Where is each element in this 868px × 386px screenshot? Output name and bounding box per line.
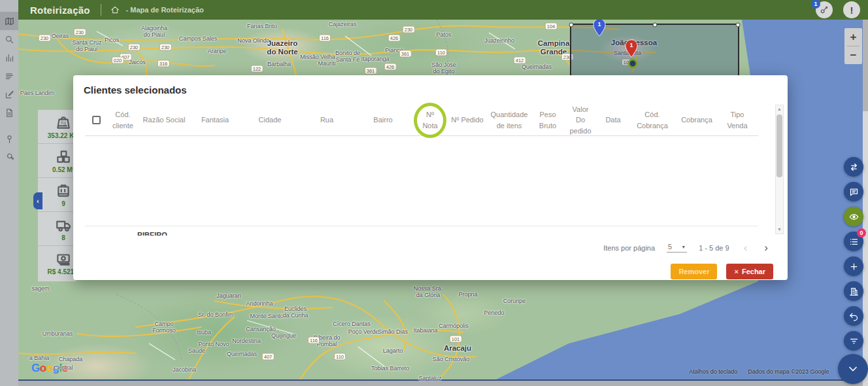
wrench-icon (5, 152, 14, 162)
column-header-label: Cód. cliente (112, 109, 133, 131)
exclamation-icon: ! (850, 5, 854, 16)
alerts-button[interactable]: ! (843, 1, 860, 18)
sidebar-item-tools[interactable] (0, 148, 18, 166)
sidebar-item-chart[interactable] (0, 48, 18, 67)
column-header-label: Cód. Cobrança (637, 109, 668, 131)
swap-arrows-icon (849, 162, 859, 172)
map-marker-blue-pin[interactable]: 1 (593, 18, 606, 39)
select-all-checkbox[interactable] (92, 116, 101, 124)
sidebar-item-search[interactable] (0, 30, 18, 48)
routes-icon (5, 71, 14, 81)
column-header-9: Quantidade de itens (486, 105, 532, 135)
tools-notification-badge: 1 (811, 0, 820, 9)
page-size-value: 5 (668, 243, 672, 251)
top-bar: Roteirização - Mapa de Roteirização 1 ! (18, 0, 868, 20)
pin-icon (5, 134, 14, 144)
map-attribution: Atalhos do tecladoDados do mapa ©2023 Go… (689, 368, 859, 375)
column-header-15: Tipo Venda (718, 105, 757, 135)
fab-chat-button[interactable] (844, 182, 863, 202)
marker-count: 1 (597, 21, 601, 27)
fab-list-badge: 0 (857, 228, 866, 237)
selection-handle[interactable] (736, 23, 741, 27)
column-header-12: Data (597, 105, 629, 135)
zoom-in-button[interactable]: + (844, 28, 862, 46)
table-row[interactable]: RIBEIRO (137, 231, 196, 236)
sidebar-item-pin[interactable] (0, 130, 18, 148)
sidebar-item-map[interactable] (0, 12, 18, 30)
sidebar-item-document[interactable] (0, 103, 18, 122)
page-scrollbar[interactable] (863, 20, 868, 386)
column-header-2: Razão Social (139, 105, 190, 135)
chat-icon (849, 187, 859, 197)
pagination: Itens por página 5 ▼ 1 - 5 de 9 ‹ › (603, 242, 771, 253)
home-icon[interactable] (110, 5, 120, 14)
zoom-out-button[interactable]: − (844, 46, 862, 64)
sidebar-item-edit[interactable] (0, 85, 18, 103)
fab-undo-button[interactable] (844, 306, 863, 326)
items-per-page-label: Itens por página (603, 244, 655, 252)
close-button[interactable]: × Fechar (726, 264, 773, 279)
selected-clients-modal: Clientes selecionados Cód. clienteRazão … (73, 75, 788, 280)
google-logo: Google (31, 362, 68, 375)
stat-weight-value: 353.22 KG (48, 132, 76, 139)
column-header-8: Nº Pedido (448, 105, 486, 135)
search-icon (5, 35, 14, 44)
column-header-label: Fantasia (201, 114, 229, 126)
weight-icon: Kg (55, 114, 72, 132)
page-size-select[interactable]: 5 ▼ (667, 243, 687, 253)
fab-visibility-button[interactable] (844, 207, 863, 226)
close-icon: × (734, 268, 738, 275)
page-range-label: 1 - 5 de 9 (699, 244, 729, 252)
table-scrollbar[interactable]: ▲ ▼ (775, 105, 784, 234)
table-scrollbar-thumb[interactable] (776, 114, 782, 177)
close-button-label: Fechar (742, 268, 765, 275)
stat-orders-value: 9 (61, 200, 65, 207)
document-icon (5, 108, 14, 118)
column-header-label: Bairro (373, 114, 392, 126)
next-page-button[interactable]: › (761, 242, 771, 253)
fab-collapse-button[interactable] (838, 354, 868, 384)
column-header-13: Cód. Cobrança (629, 105, 676, 135)
prev-page-button[interactable]: ‹ (741, 242, 750, 253)
column-header-label: Nº Nota (422, 109, 437, 131)
svg-text:Kg: Kg (61, 120, 66, 126)
selection-handle[interactable] (569, 23, 574, 27)
attribution-link[interactable]: Dados do mapa ©2023 Google (748, 368, 829, 375)
home-icon (110, 5, 120, 14)
column-header-1: Cód. cliente (107, 105, 139, 135)
column-header-6: Bairro (354, 105, 412, 135)
fab-filter-button[interactable] (844, 331, 863, 351)
column-header-14: Cobrança (676, 105, 718, 135)
tools-button[interactable]: 1 (816, 1, 833, 18)
fab-list-button[interactable]: 0 (844, 232, 863, 251)
chevron-down-icon: ▼ (681, 245, 686, 249)
modal-title: Clientes selecionados (84, 84, 187, 96)
scroll-up-icon[interactable]: ▲ (777, 105, 782, 113)
column-header-5: Rua (299, 105, 354, 135)
selection-handle[interactable] (652, 23, 657, 27)
cubes-icon (55, 149, 72, 166)
app-title: Roteirização (30, 5, 90, 16)
map-marker-red-pin[interactable]: 1 (625, 39, 638, 60)
stat-orders: 9 (38, 178, 76, 212)
building-icon (849, 287, 859, 296)
scroll-down-icon[interactable]: ▼ (777, 226, 782, 234)
stat-volume: 0.52 M³ (38, 144, 76, 178)
truck-icon (55, 217, 72, 234)
column-header-label: Razão Social (143, 114, 186, 126)
column-header-label: Nº Pedido (451, 114, 483, 126)
attribution-link[interactable]: Atalhos do teclado (689, 368, 737, 375)
undo-icon (849, 311, 859, 321)
stats-collapse-button[interactable]: ‹ (33, 192, 42, 209)
fab-add-button[interactable] (844, 256, 863, 276)
fab-swap-button[interactable] (844, 157, 863, 177)
breadcrumb: - Mapa de Roteirização (126, 6, 204, 14)
filter-icon (849, 336, 859, 346)
fab-buildings-button[interactable] (844, 281, 863, 301)
remove-button[interactable]: Remover (671, 264, 717, 279)
sidebar-item-routes[interactable] (0, 67, 18, 85)
route-stats-panel: ‹ Kg353.22 KG0.52 M³98R$ 4.521,3 (38, 110, 76, 281)
table-bottom-border (85, 226, 758, 226)
table-header-row: Cód. clienteRazão SocialFantasiaCidadeRu… (85, 105, 758, 136)
page-scrollbar-thumb[interactable] (863, 20, 868, 111)
